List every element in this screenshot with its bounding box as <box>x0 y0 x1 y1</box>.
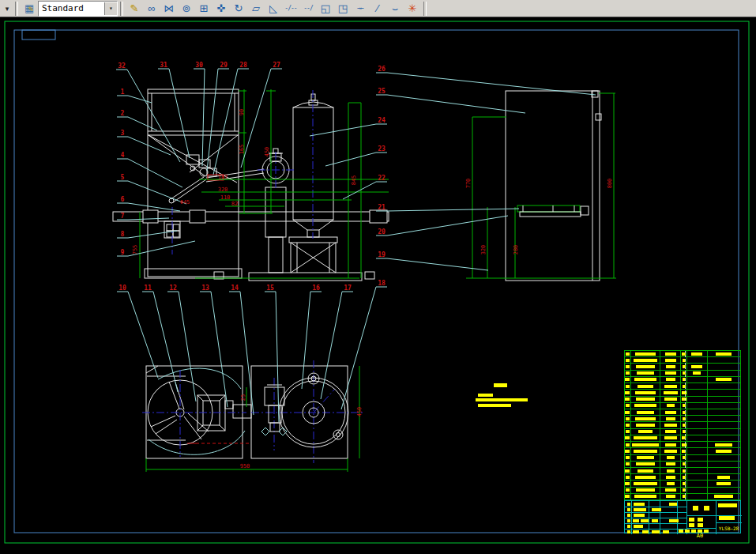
table-cell <box>660 429 681 435</box>
style-dialog-button[interactable]: ▦✎ <box>21 1 38 17</box>
table-cell <box>660 488 681 493</box>
table-cell <box>687 357 708 363</box>
trim-button[interactable]: -/-- <box>282 1 299 17</box>
svg-text:5: 5 <box>121 174 125 181</box>
svg-text:7: 7 <box>121 213 125 220</box>
scale-icon: ▱ <box>252 3 260 13</box>
table-cell <box>631 429 660 435</box>
table-cell <box>625 397 631 402</box>
table-cell <box>687 455 708 461</box>
svg-text:31: 31 <box>160 62 167 69</box>
dimension-text: 82 <box>231 201 238 207</box>
mirror-button[interactable]: ⋈ <box>160 1 178 17</box>
erase-icon: ✎ <box>130 3 139 13</box>
table-cell <box>687 442 708 447</box>
array-button[interactable]: ⊞ <box>195 1 213 17</box>
table-cell <box>631 468 660 473</box>
table-cell <box>687 494 708 499</box>
table-cell <box>631 455 660 461</box>
scale-button[interactable]: ▱ <box>247 1 265 17</box>
title-block-text-mark <box>627 519 630 522</box>
svg-text:10: 10 <box>118 285 126 292</box>
table-cell <box>660 416 681 421</box>
svg-text:4: 4 <box>121 152 125 159</box>
svg-text:13: 13 <box>201 285 209 292</box>
toolbar-separator <box>15 2 18 16</box>
table-row <box>625 481 740 487</box>
join-button[interactable]: →← <box>352 1 369 17</box>
technical-note-line <box>476 398 528 401</box>
rotate-button[interactable]: ↻ <box>230 1 247 17</box>
table-cell <box>687 468 708 473</box>
table-cell <box>631 377 660 383</box>
svg-text:17: 17 <box>344 285 352 292</box>
title-block-text-mark <box>634 503 645 506</box>
stretch-button[interactable]: ◺ <box>265 1 282 17</box>
title-block-text-mark <box>652 508 661 511</box>
title-block-text-mark <box>685 530 690 533</box>
extend-button[interactable]: --/ <box>299 1 317 17</box>
svg-text:14: 14 <box>231 285 239 292</box>
table-cell <box>687 422 708 428</box>
table-cell <box>708 481 740 486</box>
table-cell <box>708 462 740 467</box>
table-cell <box>625 377 631 383</box>
dimension-text: Φ45 <box>180 199 190 205</box>
table-cell <box>625 357 631 363</box>
table-cell <box>681 455 687 461</box>
style-combo[interactable]: Standard ▾ <box>38 1 118 17</box>
title-block-text-mark <box>634 508 646 511</box>
chamfer-button[interactable]: ∕ <box>369 1 386 17</box>
table-cell <box>660 371 681 376</box>
table-cell <box>631 488 660 493</box>
dimension-text: 320 <box>480 245 487 255</box>
part-callout-4: 4 <box>117 152 182 187</box>
toolbar-overflow-arrow[interactable]: ▾ <box>2 2 13 16</box>
move-button[interactable]: ✜ <box>213 1 230 17</box>
part-callout-10: 10 <box>117 285 158 378</box>
svg-text:26: 26 <box>378 66 386 73</box>
stretch-icon: ◺ <box>269 3 277 13</box>
table-cell <box>660 468 681 473</box>
table-cell <box>625 488 631 493</box>
offset-button[interactable]: ⊚ <box>178 1 195 17</box>
erase-button[interactable]: ✎ <box>126 1 143 17</box>
table-cell <box>625 442 631 447</box>
svg-text:15: 15 <box>266 285 274 292</box>
table-cell <box>681 474 687 480</box>
title-block-text-mark <box>634 525 643 528</box>
table-row <box>625 455 740 462</box>
table-cell <box>631 474 660 480</box>
table-cell <box>687 416 708 421</box>
fillet-button[interactable]: ⌣ <box>386 1 404 17</box>
table-cell <box>625 409 631 415</box>
app-window: ▾ ▦✎ Standard ▾ ✎∞⋈⊚⊞✜↻▱◺-/----/◱◳→←∕⌣✳ <box>0 0 756 554</box>
table-cell <box>681 435 687 441</box>
drawing-canvas[interactable]: 3231302928272625242322212019123456789101… <box>0 17 756 554</box>
dimension-text: 755 <box>132 245 138 255</box>
table-cell <box>625 364 631 369</box>
svg-text:9: 9 <box>121 249 125 256</box>
table-cell <box>631 442 660 447</box>
copy-button[interactable]: ∞ <box>143 1 160 17</box>
table-row <box>625 448 740 454</box>
svg-text:28: 28 <box>239 62 247 69</box>
table-cell <box>625 416 631 421</box>
table-cell <box>625 435 631 441</box>
table-cell <box>625 371 631 376</box>
table-row <box>625 357 740 364</box>
break-button[interactable]: ◳ <box>334 1 352 17</box>
table-cell <box>708 397 740 402</box>
dimension-text: 320 <box>218 187 228 193</box>
table-cell <box>687 474 708 480</box>
table-cell <box>625 474 631 480</box>
table-cell <box>631 403 660 409</box>
table-cell <box>625 422 631 428</box>
explode-button[interactable]: ✳ <box>404 1 421 17</box>
table-cell <box>708 468 740 473</box>
dimension-text: 110 <box>220 194 231 201</box>
part-callout-1: 1 <box>117 89 152 103</box>
table-cell <box>708 494 740 499</box>
part-callout-22: 22 <box>343 175 387 199</box>
break-at-point-button[interactable]: ◱ <box>317 1 334 17</box>
